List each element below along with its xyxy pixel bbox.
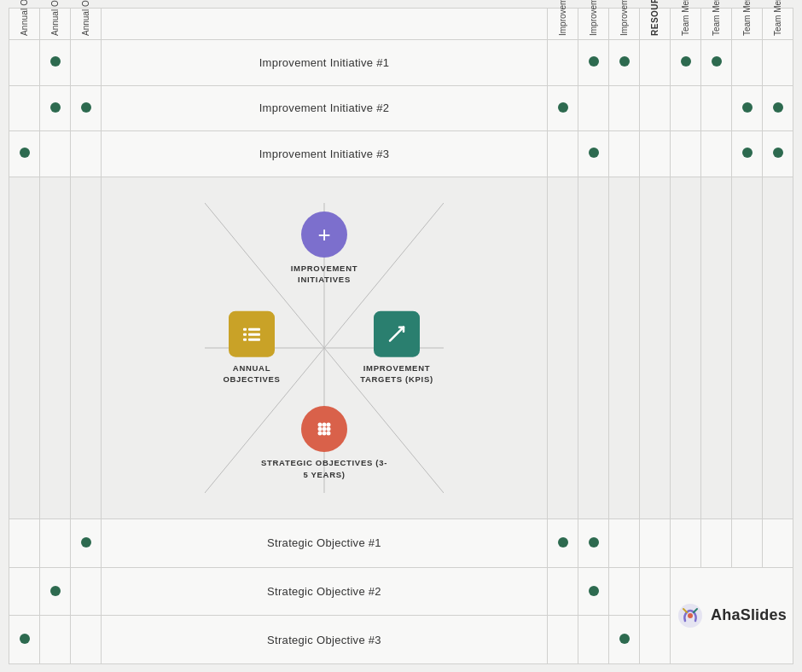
cell-init2-res	[640, 85, 671, 131]
cell-init2-member1	[671, 85, 701, 131]
col-target1-header: Improvement Target #1	[548, 9, 578, 40]
header-row: Annual Objectives #1 Annual Objectives #…	[9, 9, 793, 40]
svg-point-21	[327, 432, 331, 436]
diagram-target3	[609, 177, 640, 518]
improvement-initiatives-icon: +	[301, 211, 347, 258]
strategic-objectives-icon	[301, 406, 347, 452]
dot	[81, 537, 91, 547]
cell-strat1-annual3	[71, 519, 102, 568]
dot	[619, 56, 630, 67]
cell-init1-member4	[763, 40, 793, 86]
cell-strat3-annual3	[71, 616, 102, 664]
diagram-member1	[671, 177, 701, 518]
svg-rect-5	[248, 328, 260, 331]
svg-point-23	[688, 613, 693, 618]
ahaslides-logo: AhaSlides	[671, 602, 793, 629]
col-member1-header: Team Member #1	[671, 9, 701, 40]
col-member2-header: Team Member #2	[701, 9, 732, 40]
svg-point-15	[327, 423, 331, 427]
dot	[558, 102, 568, 113]
svg-rect-4	[243, 328, 247, 331]
col-target2-header: Improvement Target #2	[578, 9, 609, 40]
cell-init2-annual3	[71, 85, 102, 131]
cell-init1-target2	[578, 40, 609, 86]
cell-strat1-target3	[609, 519, 640, 568]
cell-init1-target3	[609, 40, 640, 86]
col-member3-header: Team Member #3	[732, 9, 763, 40]
cell-strat1-annual2	[40, 519, 71, 568]
cell-strat3-target1	[548, 616, 578, 664]
strategic-row-1: Strategic Objective #1	[9, 519, 793, 568]
dot	[81, 102, 91, 113]
cell-strat3-target3	[609, 616, 640, 664]
strategic-row-3-label: Strategic Objective #3	[102, 616, 548, 664]
dot	[50, 56, 61, 67]
diagram-top: + IMPROVEMENT INITIATIVES	[273, 211, 375, 286]
initiative-row-2: Improvement Initiative #2	[9, 85, 793, 131]
diagram-target2	[578, 177, 609, 518]
col-target3-header: Improvement Target #3	[609, 9, 640, 40]
cell-init3-annual1	[9, 131, 40, 177]
diagram-right-label: IMPROVEMENT TARGETS (KPIS)	[350, 362, 444, 385]
cell-init1-member2	[701, 40, 732, 86]
dot	[742, 148, 753, 158]
cell-init2-member4	[763, 85, 793, 131]
cell-strat1-res	[640, 519, 671, 568]
improvement-targets-icon	[374, 311, 420, 357]
cell-init2-member2	[701, 85, 732, 131]
dot	[681, 56, 691, 67]
dot	[20, 634, 30, 644]
cell-strat1-annual1	[9, 519, 40, 568]
cell-strat3-res	[640, 616, 671, 664]
initiative-row-1: Improvement Initiative #1	[9, 40, 793, 86]
diagram-bottom-label: STRATEGIC OBJECTIVES (3-5 YEARS)	[260, 457, 388, 480]
diagram-container: + IMPROVEMENT INITIATIVES	[205, 203, 444, 493]
col-annual1-header: Annual Objectives #1	[9, 9, 40, 40]
cell-strat3-annual1	[9, 616, 40, 664]
dot	[589, 537, 599, 547]
diagram-target1	[548, 177, 578, 518]
page-wrapper: Annual Objectives #1 Annual Objectives #…	[9, 8, 793, 664]
diagram-member4	[763, 177, 793, 518]
svg-point-16	[318, 427, 323, 432]
initiative-row-2-label: Improvement Initiative #2	[102, 85, 548, 131]
cell-init2-target3	[609, 85, 640, 131]
cell-init2-member3	[732, 85, 763, 131]
dot	[50, 102, 61, 113]
ahaslides-logo-cell: AhaSlides	[671, 567, 793, 663]
cell-strat3-target2	[578, 616, 609, 664]
col-annual3-header: Annual Objectives #3	[71, 9, 102, 40]
target-icon	[385, 322, 409, 346]
cell-strat1-member2	[701, 519, 732, 568]
svg-rect-8	[243, 339, 247, 341]
cell-init2-annual1	[9, 85, 40, 131]
cell-init1-annual3	[71, 40, 102, 86]
cell-strat2-target3	[609, 567, 640, 616]
cell-init3-annual2	[40, 131, 71, 177]
strategic-row-2-label: Strategic Objective #2	[102, 567, 548, 616]
svg-point-20	[323, 432, 327, 436]
list-icon	[240, 322, 264, 346]
cell-init3-member2	[701, 131, 732, 177]
cell-init3-target1	[548, 131, 578, 177]
cell-strat1-member3	[732, 519, 763, 568]
cell-strat2-annual3	[71, 567, 102, 616]
dot	[589, 148, 599, 158]
initiative-row-3: Improvement Initiative #3	[9, 131, 793, 177]
cell-strat1-member4	[763, 519, 793, 568]
strategic-row-2: Strategic Objective #2	[9, 567, 793, 616]
cell-strat2-target2	[578, 567, 609, 616]
dot	[558, 537, 568, 547]
diagram-member2	[701, 177, 732, 518]
svg-point-14	[323, 423, 327, 427]
diagram-annual2	[40, 177, 71, 518]
cell-init2-annual2	[40, 85, 71, 131]
dot	[589, 56, 599, 67]
diagram-left-label: ANNUAL OBJECTIVES	[205, 362, 299, 385]
cell-init2-target1	[548, 85, 578, 131]
cell-init1-member1	[671, 40, 701, 86]
cell-init3-res	[640, 131, 671, 177]
plus-icon: +	[317, 223, 330, 246]
svg-rect-7	[248, 333, 260, 336]
diagram-row: + IMPROVEMENT INITIATIVES	[9, 177, 793, 518]
